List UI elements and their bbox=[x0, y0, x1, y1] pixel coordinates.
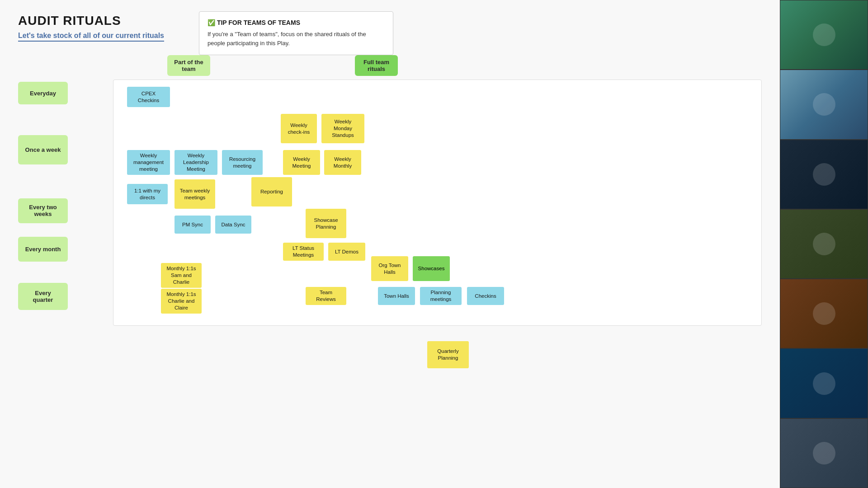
sticky-team-reviews[interactable]: Team Reviews bbox=[306, 287, 346, 305]
sticky-weekly-leadership-meeting[interactable]: Weekly Leadership Meeting bbox=[175, 150, 217, 175]
column-labels: Part of the team Full team rituals bbox=[113, 55, 762, 76]
tip-icon: ✅ bbox=[208, 19, 215, 26]
board-area: Everyday Once a week Every two weeks Eve… bbox=[18, 80, 762, 326]
person-silhouette-4 bbox=[813, 233, 835, 255]
sticky-data-sync[interactable]: Data Sync bbox=[215, 216, 251, 234]
row-spacer-two-weeks: Every two weeks bbox=[18, 192, 113, 229]
sticky-town-halls[interactable]: Town Halls bbox=[378, 287, 415, 305]
person-silhouette-5 bbox=[813, 302, 835, 325]
row-spacer-everyday: Everyday bbox=[18, 80, 113, 107]
sticky-quarterly-planning[interactable]: Quarterly Planning bbox=[427, 341, 469, 368]
row-labels: Everyday Once a week Every two weeks Eve… bbox=[18, 80, 113, 326]
video-tile-7 bbox=[780, 418, 868, 488]
sticky-team-weekly-meetings[interactable]: Team weekly meetings bbox=[175, 179, 215, 209]
sticky-org-town-halls[interactable]: Org Town Halls bbox=[371, 256, 408, 281]
person-silhouette-7 bbox=[813, 442, 835, 465]
sticky-monthly-1-1-charlie-claire[interactable]: Monthly 1:1s Charlie and Claire bbox=[161, 289, 202, 314]
row-spacer-once: Once a week bbox=[18, 111, 113, 188]
video-tile-5 bbox=[780, 279, 868, 348]
sticky-1-1-with-directs[interactable]: 1:1 with my directs bbox=[127, 184, 168, 204]
row-spacer-month: Every month bbox=[18, 233, 113, 265]
video-tile-1 bbox=[780, 0, 868, 70]
sticky-monthly-1-1-sam-charlie[interactable]: Monthly 1:1s Sam and Charlie bbox=[161, 263, 202, 288]
sticky-weekly-monday-standups[interactable]: Weekly Monday Standups bbox=[321, 114, 364, 143]
row-spacer-quarter: Every quarter bbox=[18, 269, 113, 324]
sticky-weekly-management-meeting[interactable]: Weekly management meeting bbox=[127, 150, 170, 175]
video-tile-6 bbox=[780, 348, 868, 418]
row-label-everyday: Everyday bbox=[18, 82, 68, 104]
sticky-weekly-monthly[interactable]: Weekly Monthly bbox=[324, 150, 361, 175]
grid-container: CPEX Checkins Weekly check-ins Weekly Mo… bbox=[113, 80, 762, 326]
sticky-weekly-meeting[interactable]: Weekly Meeting bbox=[283, 150, 320, 175]
tip-title-text: TIP FOR TEAMS OF TEAMS bbox=[217, 19, 300, 26]
col-label-full-team: Full team rituals bbox=[355, 55, 398, 76]
person-silhouette-1 bbox=[813, 23, 835, 46]
page-subtitle: Let's take stock of all of our current r… bbox=[18, 32, 164, 42]
col-label-part-of-team: Part of the team bbox=[167, 55, 210, 76]
row-label-every-month: Every month bbox=[18, 237, 68, 262]
sticky-lt-status-meetings[interactable]: LT Status Meetings bbox=[283, 243, 324, 261]
sticky-reporting[interactable]: Reporting bbox=[251, 177, 292, 206]
sticky-pm-sync[interactable]: PM Sync bbox=[175, 216, 211, 234]
main-content: AUDIT RITUALS Let's take stock of all of… bbox=[0, 0, 780, 488]
row-label-every-two-weeks: Every two weeks bbox=[18, 198, 68, 223]
sticky-resourcing-meeting[interactable]: Resourcing meeting bbox=[222, 150, 263, 175]
person-silhouette-2 bbox=[813, 93, 835, 116]
tip-box: ✅ TIP FOR TEAMS OF TEAMS If you're a "Te… bbox=[199, 11, 393, 55]
person-silhouette-6 bbox=[813, 372, 835, 395]
video-tile-3 bbox=[780, 140, 868, 209]
sticky-lt-demos[interactable]: LT Demos bbox=[328, 243, 365, 261]
person-silhouette-3 bbox=[813, 163, 835, 186]
sticky-cpex-checkins[interactable]: CPEX Checkins bbox=[127, 87, 170, 107]
video-tile-4 bbox=[780, 209, 868, 279]
video-tile-2 bbox=[780, 70, 868, 139]
row-label-every-quarter: Every quarter bbox=[18, 283, 68, 310]
row-label-once-a-week: Once a week bbox=[18, 135, 68, 164]
tip-title: ✅ TIP FOR TEAMS OF TEAMS bbox=[208, 19, 385, 26]
sticky-planning-meetings[interactable]: Planning meetings bbox=[420, 287, 462, 305]
sticky-weekly-checkins[interactable]: Weekly check-ins bbox=[281, 114, 317, 143]
tip-body: If you're a "Team of teams", focus on th… bbox=[208, 30, 385, 47]
sticky-showcase-planning[interactable]: Showcase Planning bbox=[306, 209, 346, 238]
sticky-checkins[interactable]: Checkins bbox=[467, 287, 504, 305]
sticky-showcases[interactable]: Showcases bbox=[413, 256, 450, 281]
right-panel bbox=[780, 0, 868, 488]
